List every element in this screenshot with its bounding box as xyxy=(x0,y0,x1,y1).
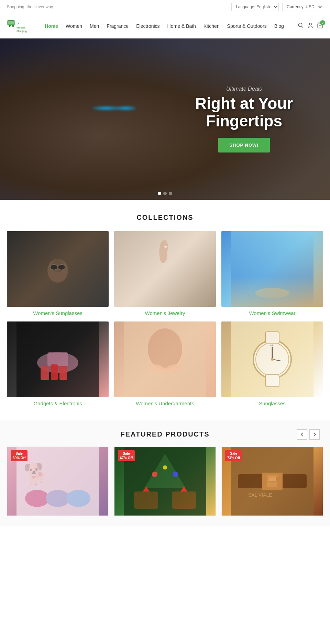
top-bar: Shopping, the clever way. Language: Engl… xyxy=(0,0,330,14)
hero-dot-1[interactable] xyxy=(158,192,161,195)
svg-point-39 xyxy=(66,490,90,507)
svg-rect-31 xyxy=(265,375,279,387)
svg-rect-21 xyxy=(47,352,68,366)
svg-point-3 xyxy=(12,25,14,27)
svg-point-16 xyxy=(164,246,167,248)
featured-next-button[interactable] xyxy=(309,429,320,440)
products-grid: 🐕 Sale 39% Off xyxy=(7,447,323,516)
collection-item-jewelry[interactable]: Women's Jewelry xyxy=(114,231,216,316)
svg-text:SAL VIALE: SAL VIALE xyxy=(248,492,272,498)
collection-item-watches[interactable]: XII Sunglasses xyxy=(221,321,323,406)
collection-label-undergarments: Women's Undergarments xyxy=(136,400,194,406)
product-card-1[interactable]: 🐕 Sale 39% Off xyxy=(7,447,109,516)
hero-dot-3[interactable] xyxy=(169,192,172,195)
hero-title: Right at Your Fingertips xyxy=(186,95,302,129)
collection-img-sunglasses xyxy=(7,231,109,307)
tagline: Shopping, the clever way. xyxy=(7,4,54,9)
cart-icon[interactable]: 0 xyxy=(317,22,323,30)
collection-label-gadgets: Gadgets & Electronis xyxy=(34,400,82,406)
hero-subtitle: Ultimate Deals xyxy=(186,86,302,92)
nav-men[interactable]: Men xyxy=(89,22,100,30)
nav-home[interactable]: Home xyxy=(44,22,59,30)
cart-count: 0 xyxy=(320,20,325,25)
site-header: S eamless Shopping Home Women Men Fragra… xyxy=(0,14,330,38)
svg-point-45 xyxy=(163,465,167,470)
collection-item-swimwear[interactable]: Women's Swimwear xyxy=(221,231,323,316)
svg-rect-24 xyxy=(59,366,67,380)
svg-point-38 xyxy=(46,490,70,507)
svg-rect-47 xyxy=(172,492,196,509)
main-nav: Home Women Men Fragrance Electronics Hom… xyxy=(31,22,298,30)
collection-img-watches: XII xyxy=(221,321,323,397)
nav-fragrance[interactable]: Fragrance xyxy=(106,22,129,30)
hero-banner: Ultimate Deals Right at Your Fingertips … xyxy=(0,38,330,200)
svg-rect-1 xyxy=(8,21,14,24)
nav-sports[interactable]: Sports & Outdoors xyxy=(227,22,267,30)
nav-electronics[interactable]: Electronics xyxy=(135,22,160,30)
collections-section: COLLECTIONS Women's Sunglasses xyxy=(0,200,330,420)
collection-label-jewelry: Women's Jewelry xyxy=(145,310,185,316)
language-selector[interactable]: Language: English Language: French xyxy=(231,3,279,11)
svg-rect-22 xyxy=(41,366,49,380)
collection-label-watches: Sunglasses xyxy=(259,400,286,406)
currency-selector[interactable]: Currency: USD Currency: EUR xyxy=(282,3,323,11)
nav-women[interactable]: Women xyxy=(65,22,83,30)
collection-label-sunglasses: Women's Sunglasses xyxy=(33,310,82,316)
svg-point-26 xyxy=(148,328,182,370)
featured-title: FEATURED PRODUCTS xyxy=(120,430,209,438)
collection-item-undergarments[interactable]: Women's Undergarments xyxy=(114,321,216,406)
collection-img-swimwear xyxy=(221,231,323,307)
product-card-2[interactable]: Sale 67% Off xyxy=(114,447,216,516)
product-card-3[interactable]: SAL VIALE Sale 73% Off xyxy=(221,447,323,516)
svg-rect-46 xyxy=(134,492,158,509)
nav-kitchen[interactable]: Kitchen xyxy=(203,22,220,30)
svg-point-34 xyxy=(271,358,274,361)
svg-text:🐕: 🐕 xyxy=(23,462,49,486)
collection-item-gadgets[interactable]: Gadgets & Electronis xyxy=(7,321,109,406)
featured-header: FEATURED PRODUCTS xyxy=(7,430,323,438)
hero-content: Ultimate Deals Right at Your Fingertips … xyxy=(186,86,302,152)
collections-grid: Women's Sunglasses Women's Jewelry xyxy=(7,231,323,406)
svg-point-18 xyxy=(255,288,289,298)
svg-point-2 xyxy=(9,25,11,27)
collection-img-gadgets xyxy=(7,321,109,397)
featured-section: FEATURED PRODUCTS 🐕 xyxy=(0,420,330,526)
collection-item-sunglasses[interactable]: Women's Sunglasses xyxy=(7,231,109,316)
header-icons: 0 xyxy=(298,22,323,30)
nav-blog[interactable]: Blog xyxy=(274,22,285,30)
collection-label-swimwear: Women's Swimwear xyxy=(249,310,295,316)
hero-dot-2[interactable] xyxy=(163,192,167,195)
featured-nav xyxy=(297,429,320,440)
svg-text:XII: XII xyxy=(270,344,273,347)
sale-badge-2: Sale 67% Off xyxy=(118,450,135,461)
user-icon[interactable] xyxy=(307,22,314,30)
shop-now-button[interactable]: SHOP NOW! xyxy=(218,138,270,152)
logo[interactable]: S eamless Shopping xyxy=(7,18,31,35)
svg-point-43 xyxy=(152,472,157,477)
svg-point-7 xyxy=(298,23,302,27)
svg-rect-30 xyxy=(265,332,279,344)
svg-point-13 xyxy=(50,264,58,270)
hero-slider-dots xyxy=(158,192,172,195)
sale-badge-3: Sale 73% Off xyxy=(225,450,242,461)
svg-point-37 xyxy=(25,490,49,507)
collection-img-undergarments xyxy=(114,321,216,397)
collection-img-jewelry xyxy=(114,231,216,307)
featured-prev-button[interactable] xyxy=(297,429,307,440)
search-icon[interactable] xyxy=(298,22,304,30)
svg-text:S: S xyxy=(16,21,19,25)
svg-rect-54 xyxy=(268,477,276,481)
svg-text:Shopping: Shopping xyxy=(16,30,27,33)
svg-rect-23 xyxy=(51,364,58,380)
svg-point-44 xyxy=(173,472,178,477)
sale-badge-1: Sale 39% Off xyxy=(11,450,28,461)
collections-title: COLLECTIONS xyxy=(7,214,323,222)
svg-text:eamless: eamless xyxy=(16,26,26,29)
nav-home-bath[interactable]: Home & Bath xyxy=(167,22,197,30)
svg-line-8 xyxy=(301,26,303,28)
svg-point-14 xyxy=(58,264,65,270)
svg-point-9 xyxy=(309,23,311,25)
